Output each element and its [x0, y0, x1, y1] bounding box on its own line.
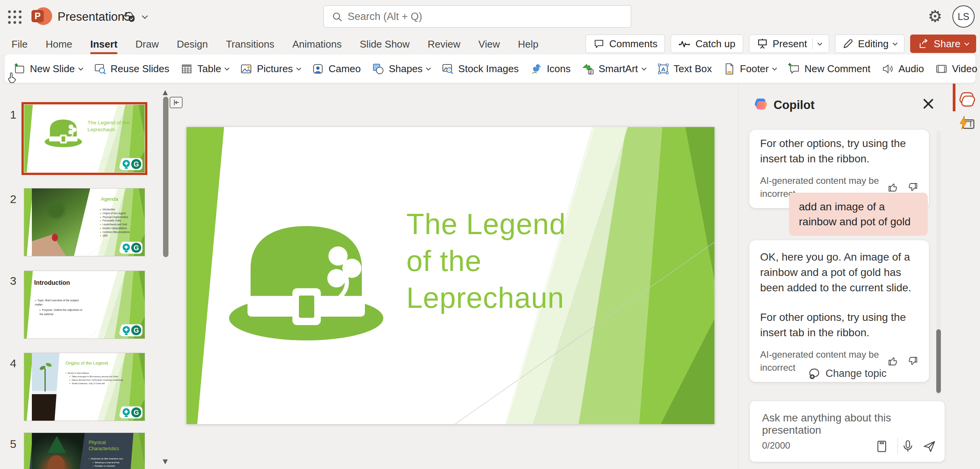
- leprechaun-hat-image: [44, 119, 82, 149]
- slide-thumbnail-4[interactable]: Origins of the Legend Roots in Irish fol…: [24, 353, 145, 421]
- cameo-button[interactable]: Cameo: [312, 63, 361, 75]
- copilot-scrollbar-thumb[interactable]: [936, 329, 941, 393]
- reuse-slides-icon: [94, 63, 106, 75]
- present-icon: [757, 38, 768, 50]
- thumbs-down-icon[interactable]: [907, 355, 918, 367]
- share-button[interactable]: Share: [910, 35, 976, 53]
- user-message-bubble: add an image of a rainbow and pot of gol…: [789, 193, 928, 236]
- autosave-cloud-icon[interactable]: [122, 10, 136, 25]
- pictures-icon: [240, 63, 252, 75]
- comments-label: Comments: [609, 38, 658, 50]
- thumbnails-scroll-up-icon[interactable]: ▲: [163, 88, 168, 96]
- search-input[interactable]: [348, 6, 624, 27]
- copilot-input-placeholder[interactable]: Ask me anything about this presentation: [762, 412, 945, 436]
- search-bar[interactable]: [323, 5, 631, 28]
- user-avatar[interactable]: LS: [952, 5, 975, 28]
- chevron-down-icon: [772, 66, 777, 71]
- smartart-button[interactable]: SmartArt: [582, 63, 646, 75]
- document-title-chevron-icon[interactable]: [142, 13, 148, 19]
- pictures-button[interactable]: Pictures: [240, 63, 300, 75]
- menu-tab-help[interactable]: Help: [518, 38, 538, 50]
- ribbon-label: Text Box: [674, 63, 712, 75]
- present-chevron-icon[interactable]: [817, 41, 822, 46]
- document-title[interactable]: Presentation5: [58, 10, 131, 24]
- share-icon: [918, 38, 929, 50]
- catch-up-button[interactable]: Catch up: [671, 35, 743, 53]
- leprechaun-photo: [32, 433, 85, 469]
- menu-tab-design[interactable]: Design: [177, 38, 208, 50]
- pencil-icon: [843, 38, 853, 49]
- thumbnails-scrollbar-thumb[interactable]: [163, 97, 168, 257]
- slide-title-textbox[interactable]: The Legend of the Leprechaun: [406, 206, 566, 316]
- change-topic-button[interactable]: Change topic: [749, 367, 945, 380]
- slide-number: 3: [10, 274, 16, 287]
- designer-pane-tab-icon[interactable]: [959, 115, 975, 132]
- change-topic-label: Change topic: [825, 368, 886, 380]
- copilot-message-text: OK, here you go. An image of a rainbow a…: [760, 249, 918, 295]
- slide-thumbnail-5[interactable]: Physical Characteristics Depicted as lit…: [24, 433, 145, 469]
- share-chevron-icon: [964, 41, 969, 46]
- menu-tab-slide-show[interactable]: Slide Show: [360, 38, 410, 50]
- powerpoint-logo-icon[interactable]: P: [31, 6, 52, 27]
- copilot-input-box[interactable]: Ask me anything about this presentation …: [749, 401, 945, 462]
- menu-tab-review[interactable]: Review: [428, 38, 460, 50]
- settings-gear-icon[interactable]: ⚙: [928, 7, 942, 26]
- activity-pulse-icon: [678, 38, 691, 50]
- editing-mode-button[interactable]: Editing: [835, 35, 904, 53]
- table-button[interactable]: Table: [180, 63, 229, 75]
- thumb-title: The Legend of the Leprechaun: [87, 119, 134, 133]
- chevron-down-icon: [642, 66, 647, 71]
- close-icon[interactable]: ×: [921, 93, 936, 114]
- prompt-notebook-icon[interactable]: [875, 439, 889, 453]
- thumbs-up-icon[interactable]: [888, 182, 899, 193]
- slide-thumbnail-2[interactable]: Agenda Introduction Origins of the Legen…: [24, 188, 145, 256]
- footer-button[interactable]: Footer: [723, 63, 776, 75]
- slide-title-line: of the: [406, 243, 566, 279]
- chevron-down-icon: [426, 66, 431, 71]
- video-button[interactable]: Video: [935, 63, 980, 75]
- new-comment-icon: [787, 63, 800, 75]
- thumbs-up-icon[interactable]: [888, 355, 899, 367]
- comments-button[interactable]: Comments: [586, 35, 665, 53]
- audio-button[interactable]: Audio: [881, 63, 924, 75]
- menu-tab-home[interactable]: Home: [46, 38, 72, 50]
- shapes-button[interactable]: Shapes: [372, 63, 430, 75]
- text-box-button[interactable]: A Text Box: [657, 63, 712, 75]
- new-slide-button[interactable]: New Slide: [13, 63, 82, 75]
- new-comment-button[interactable]: New Comment: [787, 63, 870, 75]
- menu-tab-draw[interactable]: Draw: [135, 38, 159, 50]
- character-counter: 0/2000: [762, 440, 790, 451]
- slide-thumbnail-3[interactable]: Introduction Topic: Brief overview of th…: [24, 271, 145, 339]
- slide-canvas[interactable]: The Legend of the Leprechaun: [186, 127, 714, 424]
- ribbon-label: Audio: [898, 63, 924, 75]
- text-box-icon: A: [657, 63, 670, 75]
- icons-button[interactable]: Icons: [530, 63, 571, 75]
- menu-tab-view[interactable]: View: [478, 38, 500, 50]
- present-split-button[interactable]: Present: [749, 35, 830, 53]
- audio-icon: [881, 63, 894, 75]
- stock-images-button[interactable]: Stock Images: [441, 63, 519, 75]
- powerpoint-p-glyph: P: [31, 10, 44, 22]
- microphone-icon[interactable]: [901, 439, 915, 453]
- ribbon-label: Stock Images: [458, 63, 519, 75]
- menu-tab-animations[interactable]: Animations: [292, 38, 342, 50]
- menu-tab-insert[interactable]: Insert: [90, 38, 117, 50]
- slide-thumbnail-1[interactable]: The Legend of the Leprechaun: [24, 104, 145, 173]
- menu-tab-transitions[interactable]: Transitions: [226, 38, 274, 50]
- smartart-icon: [582, 63, 594, 75]
- new-slide-icon: [13, 63, 26, 75]
- slide-title-line: Leprechaun: [406, 279, 566, 316]
- editing-chevron-icon: [893, 41, 898, 46]
- collapse-thumbnail-pane-button[interactable]: [170, 97, 183, 108]
- app-launcher-button[interactable]: [7, 9, 22, 25]
- copilot-pane-tab-icon[interactable]: [959, 91, 976, 108]
- title-bar: P Presentation5 ⚙ LS: [0, 0, 980, 34]
- menu-tab-file[interactable]: File: [12, 38, 28, 50]
- ribbon-label: Video: [952, 63, 977, 75]
- leprechaun-hat-image[interactable]: [227, 223, 386, 345]
- ribbon-label: Pictures: [257, 63, 293, 75]
- send-icon[interactable]: [922, 439, 936, 453]
- thumbs-down-icon[interactable]: [907, 182, 918, 193]
- thumbnails-scroll-down-icon[interactable]: ▼: [163, 457, 168, 465]
- reuse-slides-button[interactable]: Reuse Slides: [94, 63, 169, 75]
